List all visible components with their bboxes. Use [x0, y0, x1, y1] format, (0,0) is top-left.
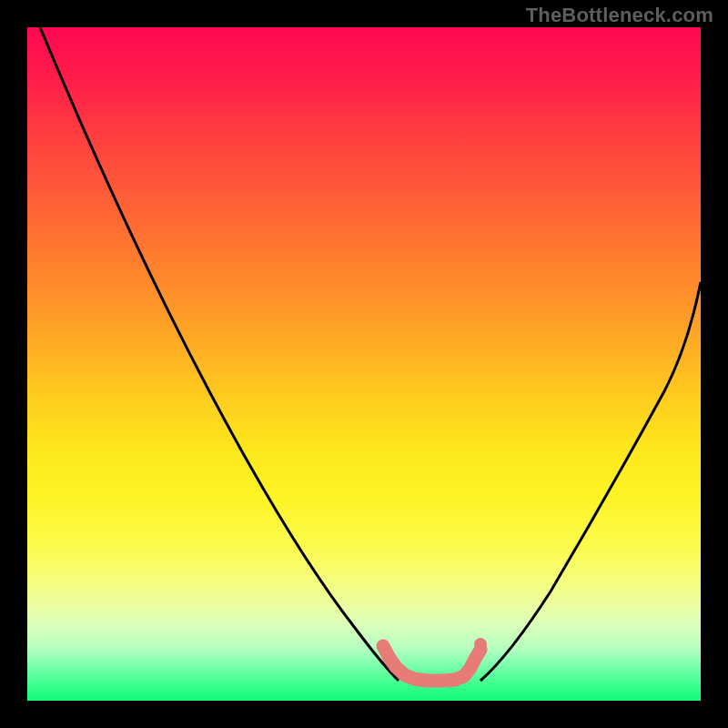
chart-curves	[27, 27, 701, 701]
chart-frame	[27, 27, 701, 701]
left-curve	[40, 27, 399, 681]
trough-end-dot	[474, 638, 487, 651]
watermark-text: TheBottleneck.com	[526, 4, 713, 27]
right-curve	[480, 282, 701, 681]
trough-highlight	[383, 646, 480, 681]
